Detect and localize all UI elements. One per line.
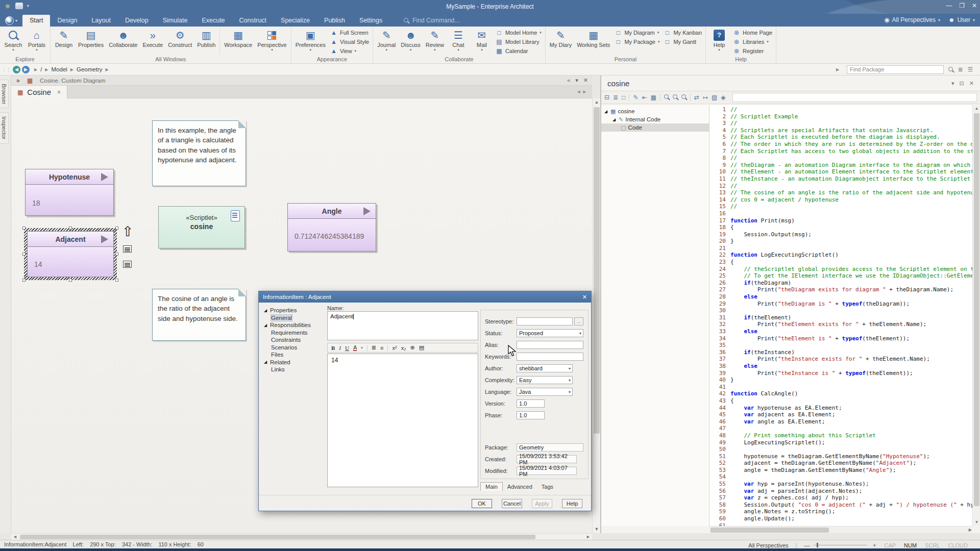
breadcrumb-item-model[interactable]: Model [52,66,67,72]
ribbon-button-perspective[interactable]: Perspective▾ [255,28,289,56]
zoom-in-icon[interactable]: ＋ [871,541,877,549]
code-tree-item-code[interactable]: ▢Code [601,123,709,132]
resize-handle[interactable] [22,279,26,282]
name-field[interactable]: Adjacent [327,311,478,340]
ribbon-tab-construct[interactable]: Construct [232,15,274,27]
field-keywords--input[interactable] [517,353,583,361]
ribbon-button-my-kanban[interactable]: □My Kanban [664,28,702,37]
ribbon-button-chat[interactable]: ☰Chat▾ [447,28,470,56]
ribbon-button-my-gantt[interactable]: □My Gantt [664,37,702,46]
ribbon-button-mail[interactable]: ✉Mail▾ [470,28,494,56]
field-created--input[interactable]: 15/09/2021 3:53:42 PM [517,455,577,463]
field-package--input[interactable]: Geometry [517,443,583,452]
list-icon[interactable]: ≣ [613,94,618,101]
font-color-icon[interactable]: A [353,345,357,351]
ribbon-button-my-diagram[interactable]: □My Diagram▾ [615,28,659,37]
scroll-up-icon[interactable]: ▲ [973,105,980,112]
ribbon-button-properties[interactable]: ▤Properties [76,28,106,56]
zoom-slider[interactable]: — ＋ [804,541,877,549]
dialog-title-bar[interactable]: InformationItem : Adjacent ✕ [259,291,591,303]
ribbon-button-journal[interactable]: ✎Journal▾ [375,28,398,56]
ribbon-button-help[interactable]: ?Help▾ [707,28,731,56]
document-icon[interactable]: ▤ [419,344,424,351]
restore-button[interactable]: ❐ [959,2,965,9]
cancel-button[interactable]: Cancel [502,499,522,508]
scroll-down-icon[interactable]: ▼ [593,525,601,533]
ribbon-tab-layout[interactable]: Layout [84,15,118,27]
list-icon[interactable]: ≣ [958,66,963,73]
close-tab-icon[interactable]: × [57,89,61,96]
dialog-tree-item-general[interactable]: General [262,314,323,322]
dialog-tree-item-requirements[interactable]: Requirements [262,329,323,337]
tab-cosine[interactable]: ▦ Cosine × [11,86,67,98]
breadcrumb-item--[interactable]: / [40,66,42,72]
code-editor[interactable]: 1//2// Scriptlet Example3//4// Scriptlet… [709,105,972,526]
quicklink-list-icon[interactable] [123,245,132,253]
field-phase--input[interactable]: 1.0 [517,411,545,419]
underline-icon[interactable]: U [345,345,349,351]
ribbon-button-design[interactable]: ✎Design [52,28,76,56]
zoom-thumb[interactable] [817,543,818,547]
ribbon-button-my-diary[interactable]: ✎My Diary [547,28,574,56]
element-hypotenuse[interactable]: Hypotenuse 18 [25,169,114,216]
dialog-tab-tags[interactable]: Tags [537,483,558,491]
apply-button[interactable]: Apply [532,499,552,508]
subscript-icon[interactable]: x₂ [401,345,406,351]
dialog-tree-item-responsibilities[interactable]: ◢Responsibilities [262,321,323,329]
structure-icon[interactable]: ⊟ [604,94,609,101]
field-stereotype--input[interactable] [517,317,573,325]
toolbar-filter-box[interactable] [732,93,977,102]
menu-icon[interactable]: ☰ [968,66,973,73]
italic-icon[interactable]: I [339,345,341,351]
ribbon-button-review[interactable]: ✎Review▾ [423,28,447,56]
chevrons-icon[interactable]: » [16,77,20,84]
scroll-right-icon[interactable]: ▶ [969,527,972,534]
dialog-tab-main[interactable]: Main [480,482,503,491]
window-icon[interactable]: □ [622,94,625,101]
field-status--dropdown[interactable]: Proposed [517,329,583,337]
collapse-icon[interactable]: « [567,77,570,84]
ribbon-button-publish[interactable]: ▥Publish [194,28,218,56]
canvas-horizontal-scrollbar[interactable]: ◄ ► [11,533,592,540]
ribbon-button-discuss[interactable]: ☻Discuss▾ [398,28,423,56]
element-angle[interactable]: Angle 0.7124746245384189 [287,203,376,252]
breadcrumb-item-geometry[interactable]: Geometry [77,66,103,72]
code-horizontal-scrollbar[interactable]: ▶ [709,526,972,533]
element-scriptlet-cosine[interactable]: «Scriptlet» cosine [158,206,245,248]
ribbon-button-my-package[interactable]: □My Package▾ [615,37,659,46]
code-vertical-scrollbar[interactable]: ▲ ▼ [972,105,980,526]
quicklink-list-icon[interactable] [123,261,132,268]
ribbon-button-search[interactable]: Search▾ [2,28,25,56]
ribbon-button-portals[interactable]: ⌂Portals▾ [25,28,48,56]
ok-button[interactable]: OK [472,499,492,508]
search-icon[interactable] [948,67,953,72]
ribbon-button-preferences[interactable]: ▣Preferences▾ [293,28,328,56]
dialog-close-icon[interactable]: ✕ [582,294,587,300]
resize-handle[interactable] [115,253,118,256]
superscript-icon[interactable]: x² [392,345,397,351]
ribbon-tab-simulate[interactable]: Simulate [156,15,195,27]
edit-icon[interactable]: ✎ [633,94,638,101]
ribbon-button-calendar[interactable]: ▦Calendar [496,46,542,55]
ribbon-button-model-library[interactable]: ▤Model Library [496,37,542,46]
notes-field[interactable]: 14 [327,354,478,487]
field-language--dropdown[interactable]: Java [517,388,573,396]
dialog-tree-item-scenarios[interactable]: Scenarios [262,344,323,352]
perspectives-status[interactable]: All Perspectives [748,542,788,548]
ribbon-button-visual-style[interactable]: ▲Visual Style [330,37,369,46]
dialog-tree-item-related[interactable]: ◢Related [262,359,323,366]
ribbon-tab-specialize[interactable]: Specialize [274,15,317,27]
hyperlink-icon[interactable]: ⊕ [410,344,414,351]
ribbon-tab-publish[interactable]: Publish [317,15,352,27]
find-icon[interactable] [664,94,669,101]
ribbon-button-construct[interactable]: ⚙Construct [165,28,194,56]
dialog-tree-item-properties[interactable]: ◢Properties [262,307,323,314]
pin-icon[interactable]: ⊡ [960,80,964,87]
close-icon[interactable]: ✕ [583,77,588,84]
goto-icon[interactable]: ↦ [703,94,708,101]
close-icon[interactable]: ✕ [969,80,974,87]
tab-scroll-arrows[interactable]: ◂▸ [577,88,589,95]
ribbon-button-collaborate[interactable]: ☻Collaborate [106,28,140,56]
minimize-button[interactable]: — [946,2,952,9]
resize-handle[interactable] [69,227,72,230]
